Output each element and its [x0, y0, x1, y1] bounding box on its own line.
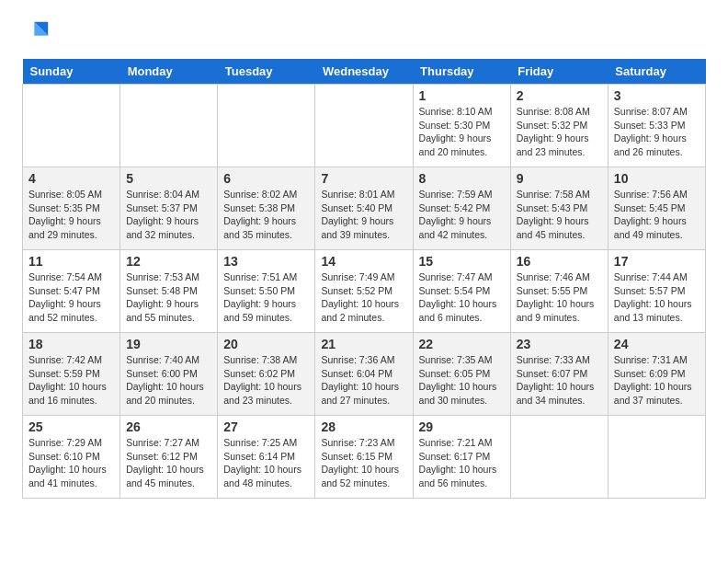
- day-number: 8: [419, 171, 505, 186]
- header-cell-monday: Monday: [120, 59, 218, 85]
- day-info: Sunrise: 7:27 AMSunset: 6:12 PMDaylight:…: [126, 436, 211, 490]
- day-info: Sunrise: 7:49 AMSunset: 5:52 PMDaylight:…: [321, 270, 406, 325]
- day-number: 27: [223, 419, 309, 434]
- day-info: Sunrise: 7:21 AMSunset: 6:17 PMDaylight:…: [419, 436, 505, 490]
- header-cell-wednesday: Wednesday: [315, 59, 413, 85]
- day-info: Sunrise: 7:58 AMSunset: 5:43 PMDaylight:…: [517, 188, 602, 242]
- calendar-cell: 3Sunrise: 8:07 AMSunset: 5:33 PMDaylight…: [608, 85, 705, 167]
- day-number: 13: [223, 254, 309, 269]
- day-info: Sunrise: 7:40 AMSunset: 6:00 PMDaylight:…: [126, 353, 211, 408]
- calendar-header: SundayMondayTuesdayWednesdayThursdayFrid…: [23, 59, 706, 85]
- day-number: 28: [321, 419, 406, 434]
- header-cell-saturday: Saturday: [608, 59, 705, 85]
- calendar-cell: 11Sunrise: 7:54 AMSunset: 5:47 PMDayligh…: [23, 250, 120, 333]
- day-info: Sunrise: 7:31 AMSunset: 6:09 PMDaylight:…: [614, 353, 700, 408]
- calendar-cell: 23Sunrise: 7:33 AMSunset: 6:07 PMDayligh…: [510, 333, 608, 416]
- calendar-cell: 27Sunrise: 7:25 AMSunset: 6:14 PMDayligh…: [218, 416, 315, 499]
- week-row-1: 4Sunrise: 8:05 AMSunset: 5:35 PMDaylight…: [23, 167, 706, 250]
- day-info: Sunrise: 8:05 AMSunset: 5:35 PMDaylight:…: [28, 188, 114, 242]
- week-row-4: 25Sunrise: 7:29 AMSunset: 6:10 PMDayligh…: [23, 416, 706, 499]
- day-number: 7: [321, 171, 406, 186]
- calendar-cell: 16Sunrise: 7:46 AMSunset: 5:55 PMDayligh…: [510, 250, 608, 333]
- calendar-cell: 18Sunrise: 7:42 AMSunset: 5:59 PMDayligh…: [23, 333, 120, 416]
- day-info: Sunrise: 7:23 AMSunset: 6:15 PMDaylight:…: [321, 436, 406, 490]
- day-number: 15: [419, 254, 505, 269]
- header-cell-sunday: Sunday: [23, 59, 120, 85]
- day-info: Sunrise: 7:53 AMSunset: 5:48 PMDaylight:…: [126, 270, 211, 325]
- calendar-cell: 6Sunrise: 8:02 AMSunset: 5:38 PMDaylight…: [218, 167, 315, 250]
- day-number: 10: [614, 171, 700, 186]
- day-number: 17: [614, 254, 700, 269]
- day-info: Sunrise: 8:07 AMSunset: 5:33 PMDaylight:…: [614, 105, 700, 159]
- page-container: SundayMondayTuesdayWednesdayThursdayFrid…: [0, 0, 728, 517]
- day-number: 3: [614, 88, 700, 103]
- day-number: 23: [517, 337, 602, 351]
- day-number: 12: [126, 254, 211, 269]
- calendar-body: 1Sunrise: 8:10 AMSunset: 5:30 PMDaylight…: [23, 85, 706, 499]
- calendar-cell: [218, 85, 315, 167]
- day-number: 2: [517, 88, 602, 103]
- calendar-cell: 9Sunrise: 7:58 AMSunset: 5:43 PMDaylight…: [510, 167, 608, 250]
- logo: [22, 18, 51, 44]
- calendar-cell: 17Sunrise: 7:44 AMSunset: 5:57 PMDayligh…: [608, 250, 705, 333]
- day-info: Sunrise: 7:56 AMSunset: 5:45 PMDaylight:…: [614, 188, 700, 242]
- day-info: Sunrise: 7:46 AMSunset: 5:55 PMDaylight:…: [517, 270, 602, 325]
- day-info: Sunrise: 7:54 AMSunset: 5:47 PMDaylight:…: [28, 270, 114, 325]
- calendar-cell: 13Sunrise: 7:51 AMSunset: 5:50 PMDayligh…: [218, 250, 315, 333]
- week-row-0: 1Sunrise: 8:10 AMSunset: 5:30 PMDaylight…: [23, 85, 706, 167]
- header-cell-thursday: Thursday: [413, 59, 510, 85]
- day-number: 6: [223, 171, 309, 186]
- day-info: Sunrise: 7:35 AMSunset: 6:05 PMDaylight:…: [419, 353, 505, 408]
- calendar-cell: [120, 85, 218, 167]
- header-cell-friday: Friday: [510, 59, 608, 85]
- calendar-cell: 8Sunrise: 7:59 AMSunset: 5:42 PMDaylight…: [413, 167, 510, 250]
- day-info: Sunrise: 7:44 AMSunset: 5:57 PMDaylight:…: [614, 270, 700, 325]
- day-number: 5: [126, 171, 211, 186]
- calendar-cell: 5Sunrise: 8:04 AMSunset: 5:37 PMDaylight…: [120, 167, 218, 250]
- day-info: Sunrise: 7:36 AMSunset: 6:04 PMDaylight:…: [321, 353, 406, 408]
- day-number: 14: [321, 254, 406, 269]
- calendar-cell: 22Sunrise: 7:35 AMSunset: 6:05 PMDayligh…: [413, 333, 510, 416]
- day-number: 26: [126, 419, 211, 434]
- day-info: Sunrise: 7:25 AMSunset: 6:14 PMDaylight:…: [223, 436, 309, 490]
- day-info: Sunrise: 7:42 AMSunset: 5:59 PMDaylight:…: [28, 353, 114, 408]
- day-number: 22: [419, 337, 505, 351]
- calendar-cell: 19Sunrise: 7:40 AMSunset: 6:00 PMDayligh…: [120, 333, 218, 416]
- calendar-cell: 1Sunrise: 8:10 AMSunset: 5:30 PMDaylight…: [413, 85, 510, 167]
- calendar-cell: [608, 416, 705, 499]
- day-number: 20: [223, 337, 309, 351]
- day-info: Sunrise: 7:29 AMSunset: 6:10 PMDaylight:…: [28, 436, 114, 490]
- day-number: 19: [126, 337, 211, 351]
- calendar-cell: 26Sunrise: 7:27 AMSunset: 6:12 PMDayligh…: [120, 416, 218, 499]
- day-info: Sunrise: 7:59 AMSunset: 5:42 PMDaylight:…: [419, 188, 505, 242]
- calendar-table: SundayMondayTuesdayWednesdayThursdayFrid…: [22, 59, 706, 499]
- day-info: Sunrise: 7:51 AMSunset: 5:50 PMDaylight:…: [223, 270, 309, 325]
- calendar-cell: 28Sunrise: 7:23 AMSunset: 6:15 PMDayligh…: [315, 416, 413, 499]
- calendar-cell: 24Sunrise: 7:31 AMSunset: 6:09 PMDayligh…: [608, 333, 705, 416]
- calendar-cell: 12Sunrise: 7:53 AMSunset: 5:48 PMDayligh…: [120, 250, 218, 333]
- day-info: Sunrise: 8:01 AMSunset: 5:40 PMDaylight:…: [321, 188, 406, 242]
- calendar-cell: 7Sunrise: 8:01 AMSunset: 5:40 PMDaylight…: [315, 167, 413, 250]
- logo-icon: [26, 18, 51, 44]
- calendar-cell: 25Sunrise: 7:29 AMSunset: 6:10 PMDayligh…: [23, 416, 120, 499]
- calendar-cell: 15Sunrise: 7:47 AMSunset: 5:54 PMDayligh…: [413, 250, 510, 333]
- day-info: Sunrise: 8:04 AMSunset: 5:37 PMDaylight:…: [126, 188, 211, 242]
- day-info: Sunrise: 7:47 AMSunset: 5:54 PMDaylight:…: [419, 270, 505, 325]
- day-info: Sunrise: 8:02 AMSunset: 5:38 PMDaylight:…: [223, 188, 309, 242]
- day-number: 25: [28, 419, 114, 434]
- day-number: 18: [28, 337, 114, 351]
- calendar-cell: [23, 85, 120, 167]
- day-info: Sunrise: 8:10 AMSunset: 5:30 PMDaylight:…: [419, 105, 505, 159]
- calendar-cell: [315, 85, 413, 167]
- day-number: 29: [419, 419, 505, 434]
- header-cell-tuesday: Tuesday: [218, 59, 315, 85]
- day-number: 21: [321, 337, 406, 351]
- page-header: [22, 18, 706, 44]
- day-info: Sunrise: 7:33 AMSunset: 6:07 PMDaylight:…: [517, 353, 602, 408]
- day-number: 11: [28, 254, 114, 269]
- calendar-cell: 20Sunrise: 7:38 AMSunset: 6:02 PMDayligh…: [218, 333, 315, 416]
- calendar-cell: [510, 416, 608, 499]
- calendar-cell: 29Sunrise: 7:21 AMSunset: 6:17 PMDayligh…: [413, 416, 510, 499]
- header-row: SundayMondayTuesdayWednesdayThursdayFrid…: [23, 59, 706, 85]
- week-row-2: 11Sunrise: 7:54 AMSunset: 5:47 PMDayligh…: [23, 250, 706, 333]
